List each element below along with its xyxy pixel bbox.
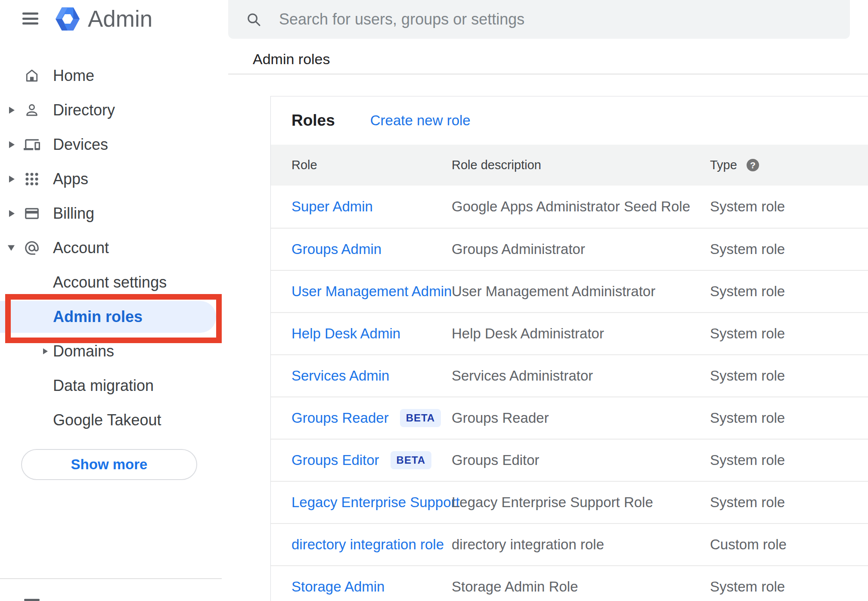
table-row: directory integration role directory int… [271,523,868,565]
apps-grid-icon [24,171,40,187]
role-cell: Groups Reader BETA [291,409,452,427]
person-icon [24,102,40,118]
role-cell: Legacy Enterprise Support [291,494,452,511]
role-description: Services Administrator [452,368,710,384]
sidebar-item-label: Devices [53,136,108,154]
column-header-description: Role description [452,158,710,172]
roles-table-body: Super Admin Google Apps Administrator Se… [271,186,868,601]
breadcrumb: Admin roles [253,51,330,68]
role-description: Legacy Enterprise Support Role [452,494,710,511]
header-divider [228,74,868,74]
role-link[interactable]: Services Admin [291,368,389,384]
role-cell: Groups Editor BETA [291,451,452,469]
chevron-right-icon [9,210,15,217]
show-more-button[interactable]: Show more [21,449,197,480]
sidebar-item-label: Apps [53,170,88,188]
role-description: Groups Reader [452,410,710,426]
role-type: System role [710,325,868,342]
beta-badge: BETA [391,451,432,469]
sidebar-item-account[interactable]: Account [0,231,228,265]
product-name: Admin [88,6,152,32]
sidebar-item-apps[interactable]: Apps [0,162,228,196]
table-row: Groups Admin Groups Administrator System… [271,228,868,270]
role-link[interactable]: User Management Admin [291,283,452,300]
sidebar-item-billing[interactable]: Billing [0,196,228,231]
role-type: System role [710,410,868,426]
sidebar-item-label: Domains [53,342,114,360]
at-sign-icon [24,240,40,256]
sidebar-divider [0,578,222,579]
role-cell: Storage Admin [291,579,452,595]
help-icon[interactable]: ? [747,159,759,171]
sidebar-item-devices[interactable]: Devices [0,127,228,162]
table-row: Groups Reader BETA Groups Reader System … [271,397,868,439]
role-cell: Services Admin [291,368,452,384]
chevron-right-icon [9,141,15,148]
sidebar-item-label: Admin roles [53,308,143,326]
role-description: Groups Administrator [452,241,710,257]
table-header-row: Role Role description Type ? [271,145,868,186]
column-header-type: Type ? [710,158,868,172]
sidebar-item-label: Billing [53,204,94,223]
create-new-role-link[interactable]: Create new role [370,112,471,129]
role-link[interactable]: Groups Admin [291,241,381,257]
role-cell: User Management Admin [291,283,452,300]
role-type: System role [710,452,868,468]
table-row: Services Admin Services Administrator Sy… [271,354,868,397]
role-description: directory integration role [452,536,710,553]
admin-logo[interactable]: Admin [55,6,152,32]
search-bar [228,0,850,39]
sidebar-item-domains[interactable]: Domains [0,334,228,369]
search-icon [245,11,262,28]
hamburger-menu-button[interactable] [22,12,38,25]
card-header: Roles Create new role [271,96,868,145]
beta-badge: BETA [400,409,441,427]
column-header-type-label: Type [710,158,737,172]
role-cell: directory integration role [291,536,452,553]
sidebar-item-google-takeout[interactable]: Google Takeout [0,403,228,437]
role-type: System role [710,579,868,595]
role-link[interactable]: directory integration role [291,536,444,553]
role-description: Storage Admin Role [452,579,710,595]
table-row: Super Admin Google Apps Administrator Se… [271,186,868,228]
devices-icon [24,136,40,153]
roles-card: Roles Create new role Role Role descript… [270,96,868,601]
sidebar-item-admin-roles[interactable]: Admin roles [0,300,228,334]
role-link[interactable]: Super Admin [291,198,373,215]
role-link[interactable]: Help Desk Admin [291,325,400,342]
table-row: User Management Admin User Management Ad… [271,270,868,312]
sidebar-item-label: Directory [53,101,115,119]
role-link[interactable]: Groups Editor [291,452,379,468]
table-row: Groups Editor BETA Groups Editor System … [271,439,868,481]
role-type: System role [710,198,868,215]
role-description: Help Desk Administrator [452,325,710,342]
role-type: Custom role [710,536,868,553]
role-link[interactable]: Storage Admin [291,579,384,595]
role-type: System role [710,368,868,384]
sidebar-item-label: Home [53,67,94,85]
sidebar-item-label: Google Takeout [53,411,161,429]
sidebar-nav: Home Directory Devices [0,59,228,437]
chevron-right-icon [9,107,15,114]
table-row: Legacy Enterprise Support Legacy Enterpr… [271,481,868,523]
chevron-right-icon [43,348,48,354]
role-description: Groups Editor [452,452,710,468]
sidebar-item-directory[interactable]: Directory [0,93,228,127]
sidebar-item-home[interactable]: Home [0,59,228,93]
role-type: System role [710,283,868,300]
sidebar: Admin Home Directory [0,0,228,601]
card-title: Roles [291,112,335,130]
role-type: System role [710,494,868,511]
role-type: System role [710,241,868,257]
role-link[interactable]: Groups Reader [291,410,389,426]
table-row: Help Desk Admin Help Desk Administrator … [271,312,868,354]
role-description: Google Apps Administrator Seed Role [452,198,710,215]
partial-icon [24,599,40,601]
sidebar-item-label: Account [53,239,109,257]
role-description: User Management Administrator [452,283,710,300]
role-link[interactable]: Legacy Enterprise Support [291,494,460,511]
sidebar-item-data-migration[interactable]: Data migration [0,369,228,403]
search-input[interactable] [278,10,837,29]
sidebar-item-account-settings[interactable]: Account settings [0,265,228,300]
admin-logo-icon [55,6,80,32]
